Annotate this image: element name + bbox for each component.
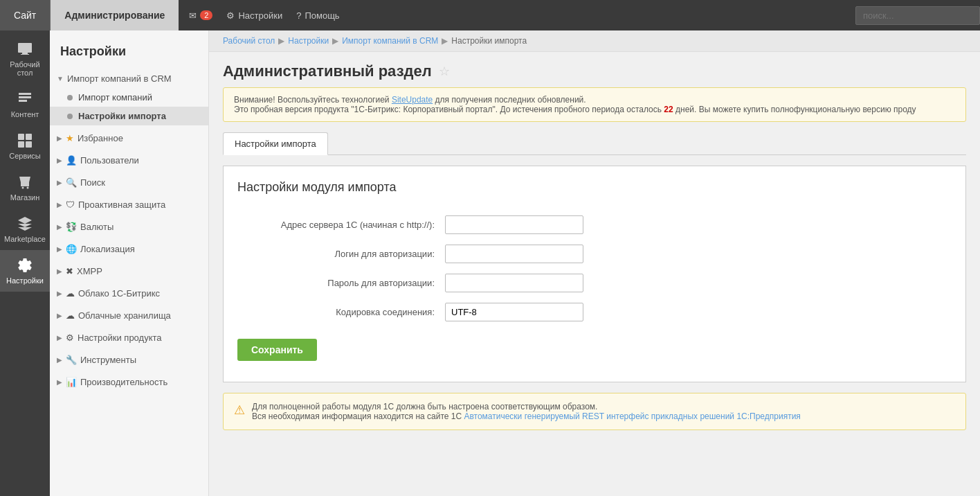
- alert-info-text: Для полноценной работы модуля 1С должна …: [252, 402, 801, 421]
- dot-icon: [67, 95, 73, 100]
- user-icon: 👤: [66, 155, 77, 166]
- settings-button[interactable]: ⚙ Настройки: [226, 10, 282, 21]
- sidebar-section-favorites: ▶ ★ Избранное: [50, 129, 208, 148]
- svg-rect-4: [19, 96, 31, 98]
- messages-button[interactable]: ✉ 2: [189, 10, 212, 21]
- sidebar-section-header-xmpp[interactable]: ▶ ✖ ХМРР: [50, 262, 208, 281]
- sidebar-item-import-companies-label: Импорт компаний: [78, 92, 152, 103]
- shop-icon: [17, 174, 33, 191]
- sidebar-item-marketplace[interactable]: Marketplace: [0, 209, 50, 250]
- alert-warning-text2: Это пробная версия продукта "1С-Битрикс:…: [234, 105, 664, 114]
- sidebar-section-cloud-bitrix: ▶ ☁ Облако 1С-Битрикс: [50, 284, 208, 303]
- form-row-login: Логин для авторизации:: [237, 245, 952, 263]
- sidebar-section-header-cloud-storage[interactable]: ▶ ☁ Облачные хранилища: [50, 306, 208, 325]
- arrow-icon: ▶: [57, 334, 62, 342]
- sidebar-item-services[interactable]: Сервисы: [0, 125, 50, 167]
- alert-info-line1: Для полноценной работы модуля 1С должна …: [252, 402, 801, 411]
- arrow-icon: ▼: [57, 75, 64, 82]
- sidebar-section-header-product-settings[interactable]: ▶ ⚙ Настройки продукта: [50, 328, 208, 347]
- form-row-password: Пароль для авторизации:: [237, 274, 952, 292]
- tab-import-settings[interactable]: Настройки импорта: [223, 132, 328, 155]
- save-button[interactable]: Сохранить: [237, 339, 317, 361]
- sidebar-section-search: ▶ 🔍 Поиск: [50, 173, 208, 192]
- sidebar-section-header-cloud-bitrix[interactable]: ▶ ☁ Облако 1С-Битрикс: [50, 284, 208, 303]
- sidebar-item-settings-label: Настройки: [6, 276, 44, 285]
- desktop-icon: [17, 41, 33, 57]
- sidebar-section-header-favorites[interactable]: ▶ ★ Избранное: [50, 129, 208, 148]
- cloud-storage-icon: ☁: [66, 310, 75, 321]
- favorite-star-icon[interactable]: ☆: [439, 64, 450, 79]
- cloud-icon: ☁: [66, 288, 75, 299]
- sidebar-section-header-import-crm[interactable]: ▼ Импорт компаний в CRM: [50, 69, 208, 88]
- form-input-password[interactable]: [445, 274, 583, 292]
- form-input-login[interactable]: [445, 245, 583, 263]
- sidebar-section-label-localization: Локализация: [80, 244, 135, 254]
- svg-rect-7: [26, 134, 32, 140]
- help-button[interactable]: ? Помощь: [296, 10, 339, 21]
- breadcrumb: Рабочий стол ▶ Настройки ▶ Импорт компан…: [209, 30, 980, 52]
- sidebar-item-desktop[interactable]: Рабочий стол: [0, 34, 50, 84]
- sidebar-item-shop[interactable]: Магазин: [0, 167, 50, 209]
- sidebar-section-label-cloud-storage: Облачные хранилища: [78, 310, 171, 321]
- sidebar-section-header-performance[interactable]: ▶ 📊 Производительность: [50, 373, 208, 391]
- breadcrumb-settings[interactable]: Настройки: [288, 36, 329, 46]
- breadcrumb-sep-3: ▶: [442, 36, 448, 46]
- star-icon: ★: [66, 133, 74, 143]
- search-input[interactable]: [855, 6, 980, 25]
- performance-icon: 📊: [66, 377, 77, 387]
- rest-interface-link[interactable]: Автоматически генерируемый REST интерфей…: [464, 411, 800, 421]
- sidebar-section-header-currencies[interactable]: ▶ 💱 Валюты: [50, 218, 208, 236]
- admin-tab[interactable]: Администрирование: [51, 0, 179, 30]
- arrow-icon: ▶: [57, 179, 62, 186]
- alert-warning-text1: Внимание! Воспользуйтесь технологией: [234, 95, 392, 105]
- sidebar-item-marketplace-label: Marketplace: [4, 235, 46, 243]
- breadcrumb-desktop[interactable]: Рабочий стол: [223, 36, 275, 46]
- sidebar-section-header-localization[interactable]: ▶ 🌐 Локализация: [50, 240, 208, 258]
- search-icon: 🔍: [66, 177, 77, 188]
- form-input-encoding[interactable]: [445, 303, 583, 321]
- breadcrumb-current: Настройки импорта: [451, 36, 527, 46]
- main-layout: Рабочий стол Контент Сервисы Магазин Mar…: [0, 30, 980, 496]
- form-input-server[interactable]: [445, 215, 583, 234]
- arrow-icon: ▶: [57, 201, 62, 209]
- arrow-icon: ▶: [57, 223, 62, 231]
- form-row-server: Адрес сервера 1С (начиная с http://):: [237, 215, 952, 234]
- settings-label: Настройки: [238, 10, 282, 21]
- sidebar-section-label-users: Пользователи: [80, 155, 139, 166]
- settings-icon: [17, 257, 33, 274]
- site-tab[interactable]: Сайт: [0, 0, 51, 30]
- breadcrumb-sep-2: ▶: [332, 36, 338, 46]
- sidebar-section-header-users[interactable]: ▶ 👤 Пользователи: [50, 151, 208, 170]
- sidebar-section-label-proactive: Проактивная защита: [78, 200, 165, 210]
- arrow-icon: ▶: [57, 245, 62, 253]
- text-sidebar: Настройки ▼ Импорт компаний в CRM Импорт…: [50, 30, 209, 496]
- currency-icon: 💱: [66, 222, 77, 232]
- sidebar-section-import-crm: ▼ Импорт компаний в CRM Импорт компаний …: [50, 69, 208, 125]
- alert-warning-line2: Это пробная версия продукта "1С-Битрикс:…: [234, 105, 955, 114]
- arrow-icon: ▶: [57, 378, 62, 386]
- icon-sidebar: Рабочий стол Контент Сервисы Магазин Mar…: [0, 30, 50, 496]
- sidebar-item-services-label: Сервисы: [9, 152, 41, 160]
- sidebar-section-localization: ▶ 🌐 Локализация: [50, 240, 208, 258]
- sidebar-section-label-cloud-bitrix: Облако 1С-Битрикс: [78, 288, 160, 299]
- svg-rect-0: [18, 43, 32, 53]
- sidebar-item-settings[interactable]: Настройки: [0, 250, 50, 292]
- xmpp-icon: ✖: [66, 266, 73, 276]
- alert-warning-line1: Внимание! Воспользуйтесь технологией Sit…: [234, 95, 955, 105]
- sidebar-section-header-tools[interactable]: ▶ 🔧 Инструменты: [50, 351, 208, 369]
- page-title: Административный раздел: [223, 62, 432, 80]
- sidebar-section-proactive: ▶ 🛡 Проактивная защита: [50, 195, 208, 214]
- sidebar-item-import-companies[interactable]: Импорт компаний: [50, 88, 208, 107]
- site-update-link[interactable]: SiteUpdate: [392, 95, 433, 105]
- arrow-icon: ▶: [57, 290, 62, 297]
- svg-rect-1: [22, 53, 28, 54]
- sidebar-section-header-search[interactable]: ▶ 🔍 Поиск: [50, 173, 208, 192]
- form-label-encoding: Кодировка соединения:: [237, 307, 445, 317]
- admin-label: Администрирование: [64, 10, 165, 21]
- sidebar-section-header-proactive[interactable]: ▶ 🛡 Проактивная защита: [50, 195, 208, 214]
- site-label: Сайт: [14, 10, 36, 21]
- svg-rect-8: [18, 141, 24, 148]
- sidebar-item-content[interactable]: Контент: [0, 84, 50, 125]
- breadcrumb-import-crm[interactable]: Импорт компаний в CRM: [342, 36, 438, 46]
- sidebar-item-import-settings[interactable]: Настройки импорта: [50, 107, 208, 125]
